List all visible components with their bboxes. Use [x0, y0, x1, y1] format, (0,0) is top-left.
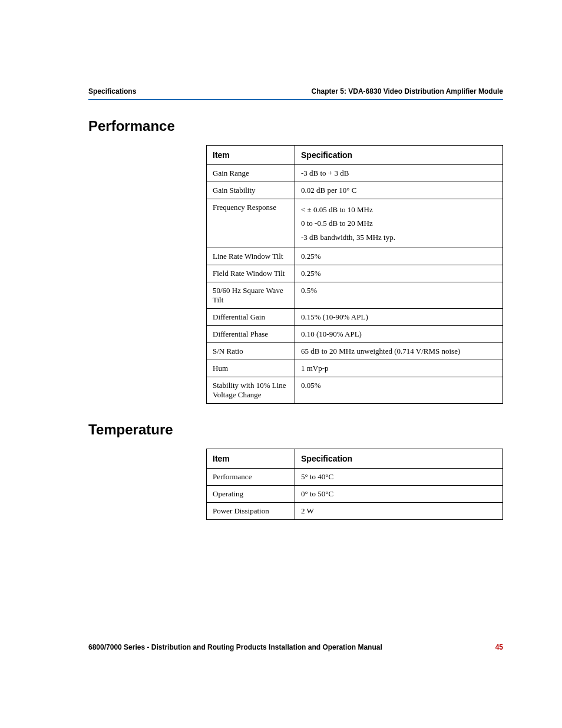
cell-item: Performance [207, 469, 295, 486]
cell-spec: 0.25% [295, 265, 503, 282]
cell-item: Differential Phase [207, 326, 295, 343]
col-header-item: Item [207, 449, 295, 469]
cell-spec: 0.05% [295, 377, 503, 404]
table-header-row: Item Specification [207, 449, 503, 469]
cell-spec: 0.15% (10-90% APL) [295, 309, 503, 326]
table-row: Differential Phase0.10 (10-90% APL) [207, 326, 503, 343]
performance-tbody: Gain Range-3 dB to + 3 dBGain Stability0… [207, 165, 503, 404]
cell-spec: 65 dB to 20 MHz unweighted (0.714 V/RMS … [295, 343, 503, 360]
table-row: Stability with 10% Line Voltage Change0.… [207, 377, 503, 404]
section-title-performance: Performance [88, 118, 503, 134]
footer-page-number: 45 [495, 643, 503, 651]
table-row: Differential Gain0.15% (10-90% APL) [207, 309, 503, 326]
cell-item: 50/60 Hz Square Wave Tilt [207, 282, 295, 309]
header-right: Chapter 5: VDA-6830 Video Distribution A… [312, 87, 503, 95]
temperature-tbody: Performance5° to 40°COperating0° to 50°C… [207, 469, 503, 520]
cell-spec: 0.5% [295, 282, 503, 309]
col-header-spec: Specification [295, 146, 503, 165]
cell-spec: -3 dB to + 3 dB [295, 165, 503, 182]
table-row: Frequency Response< ± 0.05 dB to 10 MHz0… [207, 199, 503, 248]
table-row: Operating0° to 50°C [207, 486, 503, 503]
table-row: 50/60 Hz Square Wave Tilt0.5% [207, 282, 503, 309]
temperature-table: Item Specification Performance5° to 40°C… [206, 449, 503, 520]
cell-item: Stability with 10% Line Voltage Change [207, 377, 295, 404]
cell-item: Field Rate Window Tilt [207, 265, 295, 282]
cell-item: Power Dissipation [207, 503, 295, 520]
table-row: Performance5° to 40°C [207, 469, 503, 486]
table-row: Field Rate Window Tilt0.25% [207, 265, 503, 282]
cell-spec: 0° to 50°C [295, 486, 503, 503]
cell-item: Gain Range [207, 165, 295, 182]
cell-item: Operating [207, 486, 295, 503]
cell-item: Line Rate Window Tilt [207, 248, 295, 265]
cell-spec: 0.10 (10-90% APL) [295, 326, 503, 343]
footer-text: 6800/7000 Series - Distribution and Rout… [88, 643, 382, 651]
table-row: Power Dissipation2 W [207, 503, 503, 520]
cell-spec: 1 mVp-p [295, 360, 503, 377]
cell-item: Frequency Response [207, 199, 295, 248]
cell-item: Differential Gain [207, 309, 295, 326]
page-header: Specifications Chapter 5: VDA-6830 Video… [88, 87, 503, 100]
col-header-spec: Specification [295, 449, 503, 469]
table-row: Gain Stability0.02 dB per 10° C [207, 182, 503, 199]
cell-spec: 0.02 dB per 10° C [295, 182, 503, 199]
cell-item: Hum [207, 360, 295, 377]
col-header-item: Item [207, 146, 295, 165]
cell-item: Gain Stability [207, 182, 295, 199]
section-title-temperature: Temperature [88, 421, 503, 438]
cell-spec: < ± 0.05 dB to 10 MHz0 to -0.5 dB to 20 … [295, 199, 503, 248]
page-footer: 6800/7000 Series - Distribution and Rout… [88, 643, 503, 651]
table-row: Line Rate Window Tilt0.25% [207, 248, 503, 265]
table-row: S/N Ratio65 dB to 20 MHz unweighted (0.7… [207, 343, 503, 360]
table-row: Hum1 mVp-p [207, 360, 503, 377]
performance-table: Item Specification Gain Range-3 dB to + … [206, 145, 503, 404]
cell-item: S/N Ratio [207, 343, 295, 360]
cell-spec: 2 W [295, 503, 503, 520]
cell-spec: 5° to 40°C [295, 469, 503, 486]
header-left: Specifications [88, 87, 136, 95]
cell-spec: 0.25% [295, 248, 503, 265]
table-header-row: Item Specification [207, 146, 503, 165]
table-row: Gain Range-3 dB to + 3 dB [207, 165, 503, 182]
